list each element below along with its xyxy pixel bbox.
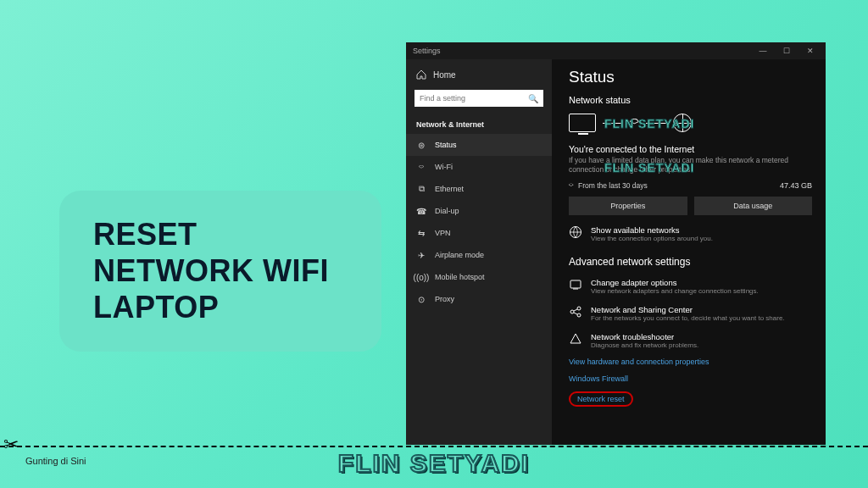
svg-point-5 <box>577 313 581 317</box>
home-icon <box>416 69 426 80</box>
headline-callout: RESET NETWORK WIFI LAPTOP <box>59 191 381 352</box>
data-usage-button[interactable]: Data usage <box>694 197 813 215</box>
troubleshoot-icon <box>569 332 582 346</box>
window-title: Settings <box>413 47 441 55</box>
show-networks-row[interactable]: Show available networks View the connect… <box>569 225 812 242</box>
sidebar-section-header: Network & Internet <box>406 115 552 134</box>
sidebar-home[interactable]: Home <box>406 64 552 85</box>
search-input[interactable]: 🔍 <box>415 90 543 107</box>
adapter-options-row[interactable]: Change adapter options View network adap… <box>569 278 812 295</box>
airplane-icon: ✈ <box>416 250 426 260</box>
troubleshoot-title: Network troubleshooter <box>591 332 698 341</box>
page-title: Status <box>569 68 812 86</box>
sidebar-item-proxy[interactable]: ⊙ Proxy <box>406 288 552 310</box>
settings-window: Settings — ☐ ✕ Home 🔍 Network & Internet… <box>406 42 826 445</box>
sidebar-item-label: Status <box>435 141 457 149</box>
close-button[interactable]: ✕ <box>798 42 822 59</box>
usage-value: 47.43 GB <box>780 181 812 190</box>
sidebar-item-hotspot[interactable]: ((o)) Mobile hotspot <box>406 266 552 288</box>
vpn-icon: ⇆ <box>416 228 426 238</box>
adapter-icon <box>569 278 582 291</box>
adapter-title: Change adapter options <box>591 278 759 287</box>
sharing-center-row[interactable]: Network and Sharing Center For the netwo… <box>569 305 812 322</box>
sidebar-item-label: Wi-Fi <box>435 163 453 171</box>
network-status-heading: Network status <box>569 95 812 105</box>
advanced-settings-heading: Advanced network settings <box>569 256 812 268</box>
show-networks-title: Show available networks <box>591 225 713 235</box>
sidebar-item-label: Ethernet <box>435 185 464 193</box>
ethernet-icon: ⧉ <box>416 184 426 194</box>
laptop-icon <box>569 114 596 132</box>
adapter-sub: View network adapters and change connect… <box>591 287 759 295</box>
sidebar-item-dialup[interactable]: ☎ Dial-up <box>406 200 552 222</box>
network-reset-link[interactable]: Network reset <box>569 391 633 407</box>
sidebar-item-label: Proxy <box>435 295 454 303</box>
maximize-button[interactable]: ☐ <box>775 42 798 59</box>
watermark-overlay: FLIN SETYADI <box>604 117 694 130</box>
available-networks-icon <box>569 225 582 239</box>
dialup-icon: ☎ <box>416 206 426 216</box>
bottom-watermark: FLIN SETYADI <box>338 449 530 478</box>
sidebar-item-label: Dial-up <box>435 207 459 215</box>
connected-title: You're connected to the Internet <box>569 144 812 154</box>
svg-point-3 <box>570 310 574 313</box>
sharing-title: Network and Sharing Center <box>591 305 785 314</box>
troubleshooter-row[interactable]: Network troubleshooter Diagnose and fix … <box>569 332 812 349</box>
status-icon: ⊜ <box>416 140 426 150</box>
windows-firewall-link[interactable]: Windows Firewall <box>569 374 812 383</box>
search-icon: 🔍 <box>528 94 538 103</box>
titlebar: Settings — ☐ ✕ <box>406 42 826 59</box>
svg-line-7 <box>574 313 577 314</box>
sidebar-item-label: Mobile hotspot <box>435 273 485 281</box>
window-controls: — ☐ ✕ <box>751 42 822 59</box>
troubleshoot-sub: Diagnose and fix network problems. <box>591 341 698 349</box>
proxy-icon: ⊙ <box>416 294 426 304</box>
wifi-small-icon: ⌔ <box>569 181 573 190</box>
sidebar-home-label: Home <box>433 70 456 80</box>
minimize-button[interactable]: — <box>751 42 775 59</box>
sharing-sub: For the networks you connect to, decide … <box>591 314 785 322</box>
sidebar-item-ethernet[interactable]: ⧉ Ethernet <box>406 178 552 200</box>
svg-line-6 <box>574 309 577 311</box>
sharing-icon <box>569 305 582 319</box>
sidebar-item-label: Airplane mode <box>435 251 484 259</box>
properties-button[interactable]: Properties <box>569 197 687 215</box>
sidebar-item-status[interactable]: ⊜ Status <box>406 134 552 156</box>
sidebar-item-label: VPN <box>435 229 451 237</box>
scissors-icon: ✂ <box>3 434 19 456</box>
show-networks-sub: View the connection options around you. <box>591 235 713 242</box>
search-field[interactable] <box>420 94 528 103</box>
watermark-overlay: FLIN SETYADI <box>604 161 694 175</box>
cut-line <box>0 446 868 447</box>
sidebar-item-wifi[interactable]: ⌔ Wi-Fi <box>406 156 552 178</box>
hardware-properties-link[interactable]: View hardware and connection properties <box>569 358 812 366</box>
content-pane: Status Network status ⌔ FLIN SETYADI You… <box>552 59 826 445</box>
sidebar-item-vpn[interactable]: ⇆ VPN <box>406 222 552 244</box>
sidebar: Home 🔍 Network & Internet ⊜ Status ⌔ Wi-… <box>406 59 552 445</box>
headline-text: RESET NETWORK WIFI LAPTOP <box>93 216 348 326</box>
svg-point-4 <box>577 307 581 310</box>
wifi-icon: ⌔ <box>416 162 426 172</box>
usage-row: ⌔ From the last 30 days 47.43 GB <box>569 181 812 190</box>
usage-label: From the last 30 days <box>578 181 648 190</box>
hotspot-icon: ((o)) <box>416 272 426 282</box>
svg-rect-1 <box>570 280 581 288</box>
cut-label: Gunting di Sini <box>25 456 86 466</box>
sidebar-item-airplane[interactable]: ✈ Airplane mode <box>406 244 552 266</box>
